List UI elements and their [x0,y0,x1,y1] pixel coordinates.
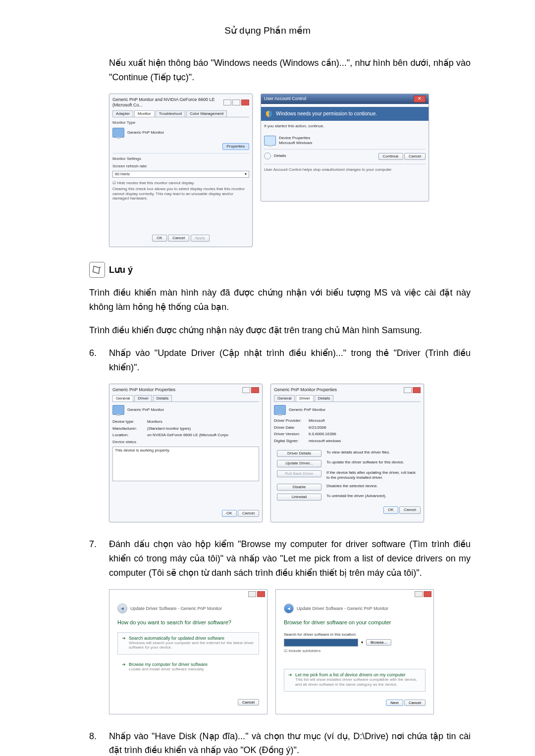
refresh-rate-select[interactable]: 60 Hertz ▾ [112,171,249,178]
tab-general[interactable]: General [274,395,295,402]
refresh-rate-value: 60 Hertz [115,172,130,177]
option-search-auto-title: Search automatically for updated driver … [129,636,255,641]
tab-adapter[interactable]: Adapter [112,110,133,117]
option-let-me-pick[interactable]: ➔ Let me pick from a list of device driv… [284,669,426,691]
apply-button[interactable]: Apply [191,235,210,242]
close-icon[interactable] [257,591,265,597]
step-6-text: Nhấp vào "Update Driver (Cập nhật trình … [109,346,471,375]
note-paragraph-1: Trình điều khiển màn hình này đã được ch… [89,286,471,314]
expand-chevron-icon[interactable] [264,152,271,159]
uac-heading: Windows needs your permission to contion… [276,110,377,117]
arrow-icon: ➔ [288,672,292,677]
device-icon [264,136,276,146]
close-icon[interactable] [424,591,431,597]
label-refresh-rate: Screen refresh rate: [112,164,249,169]
next-button[interactable]: Next [386,700,403,706]
tab-driver[interactable]: Driver [134,395,152,402]
fig-monitor-properties: Generic PnP Monitor and NVIDIA GeForce 6… [109,94,253,247]
figure-row-1: Generic PnP Monitor and NVIDIA GeForce 6… [109,94,471,247]
ok-button[interactable]: OK [152,235,167,242]
include-subfolders-checkbox[interactable]: Include subfolders [284,649,426,654]
tab-general[interactable]: General [112,395,133,402]
details-label[interactable]: Details [274,153,286,158]
uninstall-button[interactable]: Uninstall [277,494,321,501]
minimize-icon[interactable] [223,100,231,105]
note-icon [89,262,105,278]
tab-driver[interactable]: Driver [296,395,313,402]
back-button[interactable]: ◄ [117,604,127,613]
window-controls [404,387,421,393]
page-title: Sử dụng Phần mềm [64,25,471,36]
value-device-type: Monitors [147,419,162,424]
rollback-driver-button[interactable]: Roll Back Driver [277,470,321,477]
browse-button[interactable]: Browse... [366,639,391,646]
cancel-button[interactable]: Cancel [238,510,259,517]
tab-details[interactable]: Details [153,395,172,402]
close-icon[interactable]: ✕ [414,96,426,102]
cancel-button[interactable]: Cancel [399,506,421,513]
help-icon[interactable] [404,387,412,393]
intro-paragraph: Nếu xuất hiện thông báo "Windows needs (… [109,56,471,85]
fig4-title: Generic PnP Monitor Properties [274,387,337,393]
fig1-title: Generic PnP Monitor and NVIDIA GeForce 6… [112,97,223,108]
close-icon[interactable] [251,387,259,393]
driver-details-desc: To view details about the driver files. [324,449,420,458]
device-status-box: This device is working properly. [112,447,259,481]
option-let-me-pick-title: Let me pick from a list of device driver… [295,672,421,677]
fig-update-wizard-2: ◄ Update Driver Software - Generic PnP M… [275,589,434,714]
close-icon[interactable] [413,387,421,393]
value-driver-date: 6/21/2006 [309,425,326,430]
hide-modes-checkbox[interactable]: Hide modes that this monitor cannot disp… [112,181,249,186]
cancel-button[interactable]: Cancel [238,699,259,706]
tab-monitor[interactable]: Monitor [134,110,155,117]
back-button[interactable]: ◄ [284,604,294,613]
device-vendor: Microsoft Windows [279,141,312,146]
monitor-icon [112,128,124,138]
uac-title: User Account Control [264,96,306,102]
properties-label: Properties [227,144,245,149]
tab-color-management[interactable]: Color Management [186,110,227,117]
driver-details-button[interactable]: Driver Details [277,450,321,457]
wizard-heading: Browse for driver software on your compu… [284,619,426,625]
disable-button[interactable]: Disable [277,484,321,491]
continue-button[interactable]: Continue [378,153,403,160]
tab-troubleshoot[interactable]: Troubleshoot [156,110,185,117]
ok-button[interactable]: OK [222,510,237,517]
label-location: Location: [112,433,144,438]
option-browse-computer[interactable]: ➔ Browse my computer for driver software… [117,658,259,676]
hide-modes-note: Clearing this check box allows you to se… [112,187,249,201]
option-search-auto-desc: Windows will search your computer and th… [129,641,255,650]
properties-button[interactable]: Properties [222,143,249,150]
section-monitor-type: Monitor Type [112,120,249,125]
window-controls [242,387,259,393]
close-icon[interactable] [241,100,249,105]
option-browse-title: Browse my computer for driver software [129,662,255,667]
ok-button[interactable]: OK [383,506,398,513]
update-driver-button[interactable]: Update Driver... [277,460,321,467]
window-controls [223,100,249,105]
tab-details[interactable]: Details [315,395,333,402]
help-icon[interactable] [242,387,250,393]
step-6: 6. Nhấp vào "Update Driver (Cập nhật trì… [89,346,471,375]
shield-icon [265,109,273,118]
chevron-down-icon[interactable]: ▾ [361,640,363,645]
minimize-icon[interactable] [248,591,256,597]
cancel-button[interactable]: Cancel [404,700,426,706]
step-8: 8. Nhấp vào "Have Disk (Nạp đĩa)..." và … [89,729,471,756]
fig-update-wizard-1: ◄ Update Driver Software - Generic PnP M… [109,589,268,714]
fig-uac-dialog: User Account Control ✕ Windows needs you… [261,94,429,202]
minimize-icon[interactable] [415,591,423,597]
maximize-icon[interactable] [232,100,240,105]
update-crumb: Update Driver Software - Generic PnP Mon… [130,606,222,611]
cancel-button[interactable]: Cancel [168,235,189,242]
option-search-auto[interactable]: ➔ Search automatically for updated drive… [117,632,259,655]
uac-footer: User Account Control helps stop unauthor… [264,167,426,172]
search-location-input[interactable] [284,639,358,647]
value-manufacturer: (Standard monitor types) [147,426,191,431]
step-6-number: 6. [89,346,109,375]
fig-properties-general: Generic PnP Monitor Properties General D… [109,384,263,522]
step-7-number: 7. [89,537,109,580]
figure-row-3: ◄ Update Driver Software - Generic PnP M… [109,589,471,714]
cancel-button[interactable]: Cancel [404,153,426,160]
fig3-title: Generic PnP Monitor Properties [112,387,175,393]
